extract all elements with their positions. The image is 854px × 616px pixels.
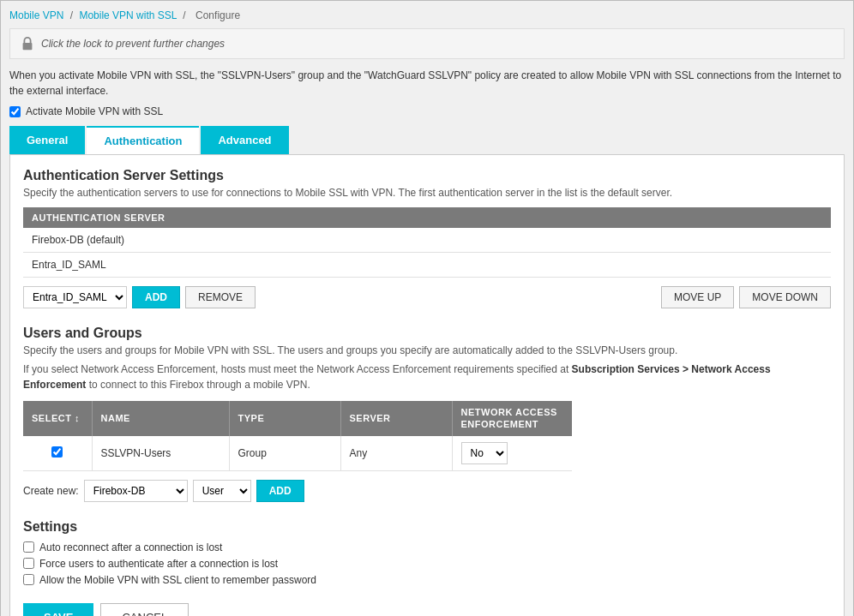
auth-server-column-header: AUTHENTICATION SERVER bbox=[23, 207, 831, 228]
col-name: NAME bbox=[92, 401, 229, 436]
move-up-button[interactable]: MOVE UP bbox=[661, 286, 734, 308]
user-row-checkbox-cell bbox=[23, 436, 92, 471]
settings-item-1: Force users to authenticate after a conn… bbox=[23, 558, 831, 570]
create-new-label: Create new: bbox=[23, 485, 79, 497]
table-row: Firebox-DB (default) bbox=[23, 228, 831, 253]
auth-controls-row: Entra_ID_SAML Firebox-DB Active Director… bbox=[23, 286, 831, 308]
create-server-dropdown[interactable]: Firebox-DB Active Directory Entra_ID_SAM… bbox=[84, 480, 188, 502]
user-row-type: Group bbox=[229, 436, 340, 471]
settings-section: Settings Auto reconnect after a connecti… bbox=[23, 519, 831, 586]
footer-buttons: SAVE CANCEL bbox=[23, 603, 831, 616]
activate-ssl-checkbox[interactable] bbox=[9, 106, 21, 117]
create-new-row: Create new: Firebox-DB Active Directory … bbox=[23, 480, 831, 502]
auth-server-desc: Specify the authentication servers to us… bbox=[23, 187, 831, 199]
users-groups-title: Users and Groups bbox=[23, 326, 831, 341]
tab-advanced[interactable]: Advanced bbox=[201, 126, 288, 154]
tabs-container: General Authentication Advanced bbox=[9, 126, 845, 154]
users-groups-section: Users and Groups Specify the users and g… bbox=[23, 326, 831, 502]
auth-server-dropdown[interactable]: Entra_ID_SAML Firebox-DB Active Director… bbox=[23, 286, 127, 308]
breadcrumb: Mobile VPN / Mobile VPN with SSL / Confi… bbox=[9, 9, 845, 21]
server-firebox-db: Firebox-DB (default) bbox=[23, 228, 831, 253]
setting-checkbox-0[interactable] bbox=[23, 541, 34, 553]
server-entra-saml: Entra_ID_SAML bbox=[23, 253, 831, 278]
auth-add-button[interactable]: ADD bbox=[132, 286, 180, 308]
settings-title: Settings bbox=[23, 519, 831, 535]
lock-icon bbox=[21, 36, 34, 51]
auth-server-table: AUTHENTICATION SERVER Firebox-DB (defaul… bbox=[23, 207, 831, 278]
col-select: SELECT ↕ bbox=[23, 401, 92, 436]
settings-item-2: Allow the Mobile VPN with SSL client to … bbox=[23, 574, 831, 586]
setting-label-0[interactable]: Auto reconnect after a connection is los… bbox=[39, 541, 222, 553]
users-table: SELECT ↕ NAME TYPE SERVER NETWORK ACCESS… bbox=[23, 401, 572, 471]
info-text: When you activate Mobile VPN with SSL, t… bbox=[9, 68, 845, 99]
table-row: SSLVPN-Users Group Any No Yes bbox=[23, 436, 572, 471]
user-row-name: SSLVPN-Users bbox=[92, 436, 229, 471]
setting-checkbox-2[interactable] bbox=[23, 574, 34, 585]
content-area: Authentication Server Settings Specify t… bbox=[9, 154, 845, 616]
activate-ssl-label[interactable]: Activate Mobile VPN with SSL bbox=[26, 105, 163, 117]
breadcrumb-configure: Configure bbox=[195, 9, 240, 21]
users-groups-warning: If you select Network Access Enforcement… bbox=[23, 362, 831, 392]
create-add-button[interactable]: ADD bbox=[256, 480, 304, 502]
nae-dropdown[interactable]: No Yes bbox=[461, 442, 508, 464]
setting-label-1[interactable]: Force users to authenticate after a conn… bbox=[39, 558, 278, 570]
activate-checkbox-row: Activate Mobile VPN with SSL bbox=[9, 105, 845, 117]
save-button[interactable]: SAVE bbox=[23, 603, 93, 616]
lock-bar[interactable]: Click the lock to prevent further change… bbox=[9, 28, 845, 59]
settings-item-0: Auto reconnect after a connection is los… bbox=[23, 541, 831, 553]
setting-label-2[interactable]: Allow the Mobile VPN with SSL client to … bbox=[39, 574, 316, 586]
auth-server-title: Authentication Server Settings bbox=[23, 168, 831, 183]
cancel-button[interactable]: CANCEL bbox=[100, 603, 189, 616]
tab-authentication[interactable]: Authentication bbox=[87, 126, 199, 154]
svg-rect-0 bbox=[23, 43, 33, 50]
setting-checkbox-1[interactable] bbox=[23, 558, 34, 569]
tab-general[interactable]: General bbox=[9, 126, 85, 154]
create-type-dropdown[interactable]: User Group bbox=[193, 480, 251, 502]
move-down-button[interactable]: MOVE DOWN bbox=[739, 286, 831, 308]
auth-remove-button[interactable]: REMOVE bbox=[185, 286, 256, 308]
user-row-checkbox[interactable] bbox=[51, 446, 63, 458]
user-row-server: Any bbox=[340, 436, 452, 471]
users-groups-desc: Specify the users and groups for Mobile … bbox=[23, 344, 831, 356]
col-nae: NETWORK ACCESSENFORCEMENT bbox=[452, 401, 572, 436]
table-row: Entra_ID_SAML bbox=[23, 253, 831, 278]
breadcrumb-mobile-vpn[interactable]: Mobile VPN bbox=[9, 9, 63, 21]
user-row-nae: No Yes bbox=[452, 436, 572, 471]
lock-text: Click the lock to prevent further change… bbox=[41, 38, 225, 50]
breadcrumb-mobile-vpn-ssl[interactable]: Mobile VPN with SSL bbox=[79, 9, 177, 21]
auth-server-section: Authentication Server Settings Specify t… bbox=[23, 168, 831, 308]
col-server: SERVER bbox=[340, 401, 452, 436]
col-type: TYPE bbox=[229, 401, 340, 436]
